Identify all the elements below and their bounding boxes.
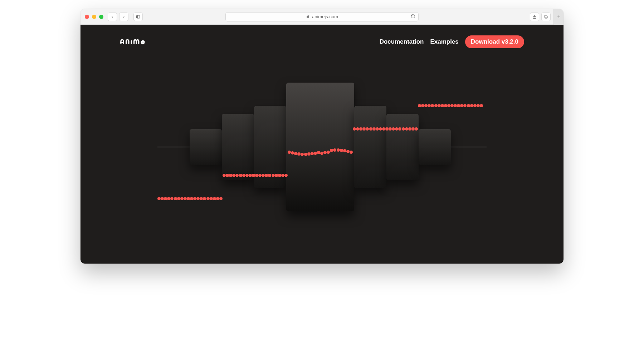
hero-dot [470, 104, 473, 107]
plus-icon [557, 15, 561, 19]
hero-column [354, 106, 386, 188]
hero-dot [170, 197, 174, 200]
show-tabs-button[interactable] [541, 13, 551, 21]
hero-dot [480, 104, 483, 107]
hero-dot [206, 197, 210, 200]
hero-dot [184, 197, 187, 200]
svg-rect-0 [137, 15, 140, 18]
hero-dot [187, 197, 190, 200]
show-sidebar-button[interactable] [133, 13, 143, 21]
nav-link-documentation[interactable]: Documentation [380, 38, 424, 45]
hero-dot [167, 197, 170, 200]
hero-dot [473, 104, 477, 107]
hero-dot [421, 104, 424, 107]
hero-dot [164, 197, 167, 200]
hero-dot [454, 104, 457, 107]
hero-dot [438, 104, 441, 107]
hero-dot [177, 197, 180, 200]
hero-dot [418, 104, 421, 107]
hero-column [190, 129, 222, 165]
hero-dot [477, 104, 480, 107]
page-content: Documentation Examples Download v3.2.0 [80, 25, 564, 264]
address-bar-wrap: animejs.com [225, 12, 419, 21]
sidebar-button-group [133, 13, 143, 21]
nav-buttons-group [108, 13, 128, 21]
hero-dot [428, 104, 431, 107]
hero-dot [463, 104, 467, 107]
hero-dot [213, 197, 216, 200]
hero-dot [434, 104, 438, 107]
hero-dot [161, 197, 164, 200]
close-window-button[interactable] [85, 15, 89, 19]
hero-column [254, 106, 286, 188]
minimize-window-button[interactable] [92, 15, 96, 19]
hero-dot [210, 197, 213, 200]
hero-column [386, 114, 419, 180]
site-header: Documentation Examples Download v3.2.0 [80, 35, 564, 48]
hero-dot [200, 197, 203, 200]
hero-dot [219, 197, 223, 200]
hero-dot [180, 197, 184, 200]
hero-dot [457, 104, 460, 107]
zoom-window-button[interactable] [99, 15, 103, 19]
reload-button[interactable] [411, 14, 415, 20]
logo-icon [120, 39, 159, 45]
nav-link-examples[interactable]: Examples [430, 38, 458, 45]
hero-dot [157, 197, 161, 200]
svg-rect-3 [545, 16, 548, 18]
site-nav: Documentation Examples Download v3.2.0 [380, 35, 524, 48]
reload-icon [411, 14, 415, 19]
hero-animation [157, 75, 487, 219]
site-logo[interactable] [120, 39, 159, 45]
new-tab-button[interactable] [553, 9, 564, 25]
hero-dot [424, 104, 428, 107]
browser-window: animejs.com [80, 9, 564, 264]
forward-button[interactable] [119, 13, 128, 21]
hero-dot [203, 197, 206, 200]
download-button[interactable]: Download v3.2.0 [465, 35, 524, 48]
hero-dot [196, 197, 200, 200]
browser-titlebar: animejs.com [80, 9, 564, 25]
hero-column [286, 83, 354, 211]
hero-dot [190, 197, 193, 200]
hero-dot [216, 197, 219, 200]
tabs-icon [544, 15, 548, 19]
hero-column [419, 129, 451, 165]
hero-dot [441, 104, 444, 107]
chevron-left-icon [110, 15, 114, 19]
share-button[interactable] [530, 13, 539, 21]
hero-dot [193, 197, 196, 200]
hero-dot [450, 104, 454, 107]
hero-column [222, 114, 254, 180]
hero-dot [174, 197, 177, 200]
back-button[interactable] [108, 13, 117, 21]
address-bar-host: animejs.com [312, 14, 338, 19]
right-toolbar [530, 13, 559, 21]
lock-icon [306, 14, 310, 19]
window-controls [85, 15, 103, 19]
hero-dot [444, 104, 447, 107]
share-icon [532, 15, 537, 19]
hero-dot [460, 104, 463, 107]
svg-rect-4 [545, 15, 547, 18]
address-bar[interactable]: animejs.com [225, 12, 419, 21]
hero-dot [431, 104, 434, 107]
sidebar-icon [136, 15, 140, 19]
chevron-right-icon [122, 15, 126, 19]
hero-dot [447, 104, 450, 107]
hero-dot [467, 104, 470, 107]
